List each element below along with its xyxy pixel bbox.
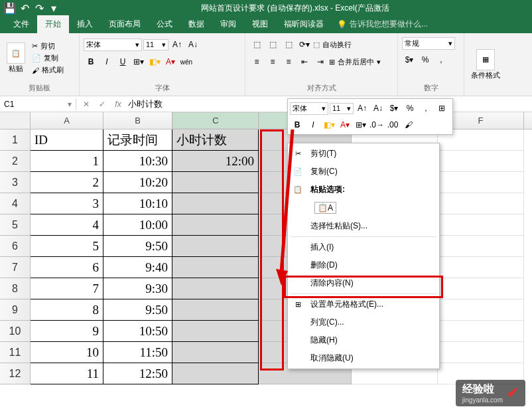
italic-button[interactable]: I (100, 54, 114, 69)
cell[interactable]: 9:30 (103, 278, 172, 299)
cell[interactable]: 2 (31, 172, 103, 193)
undo-icon[interactable]: ↶ (19, 2, 31, 14)
accept-formula-icon[interactable]: ✓ (96, 100, 108, 109)
cell[interactable]: 5 (31, 236, 103, 257)
cell[interactable]: 10:10 (103, 193, 172, 214)
mini-percent-icon[interactable]: % (403, 101, 417, 116)
cell[interactable] (438, 257, 524, 278)
mini-font-select[interactable]: 宋体▾ (290, 102, 328, 115)
cell[interactable] (438, 321, 524, 342)
select-all-corner[interactable] (0, 112, 31, 129)
row-header[interactable]: 8 (0, 278, 31, 299)
tab-file[interactable]: 文件 (5, 15, 37, 33)
row-header[interactable]: 9 (0, 299, 31, 321)
mini-painter-icon[interactable]: 🖌 (401, 118, 416, 132)
mini-italic-button[interactable]: I (306, 118, 320, 132)
redo-icon[interactable]: ↷ (33, 2, 45, 14)
tab-layout[interactable]: 页面布局 (101, 15, 149, 33)
col-header-a[interactable]: A (31, 112, 103, 129)
align-left-icon[interactable]: ≡ (249, 54, 264, 69)
ctx-delete[interactable]: 删除(D) (288, 256, 439, 274)
currency-icon[interactable]: $▾ (402, 52, 417, 67)
row-header[interactable]: 10 (0, 321, 31, 342)
align-bottom-icon[interactable]: ⬚ (281, 37, 296, 52)
cell[interactable] (172, 299, 259, 321)
qat-more-icon[interactable]: ▾ (48, 2, 60, 14)
tab-view[interactable]: 视图 (244, 15, 276, 33)
font-color-button[interactable]: A▾ (163, 54, 178, 69)
cell[interactable]: 4 (31, 214, 103, 236)
cell[interactable] (438, 299, 524, 321)
cell[interactable] (172, 363, 259, 384)
cell[interactable]: 10:30 (103, 151, 172, 172)
indent-left-icon[interactable]: ⇤ (297, 54, 312, 69)
tab-formulas[interactable]: 公式 (149, 15, 180, 33)
cell[interactable]: 10:50 (103, 321, 172, 342)
cell[interactable]: 小时计数 (172, 129, 259, 151)
cell[interactable]: 10 (31, 342, 103, 363)
mini-bold-button[interactable]: B (290, 118, 304, 132)
cell[interactable]: 12:00 (172, 151, 259, 172)
mini-font-color-button[interactable]: A▾ (338, 118, 352, 132)
merge-center-button[interactable]: ⊞ 合并后居中▾ (329, 57, 381, 67)
cell[interactable] (172, 172, 259, 193)
tab-foxit[interactable]: 福昕阅读器 (276, 15, 332, 33)
row-header[interactable]: 2 (0, 151, 31, 172)
ctx-paste-special[interactable]: 选择性粘贴(S)... (288, 217, 439, 235)
format-painter-button[interactable]: 🖌 格式刷 (32, 65, 64, 75)
mini-border-button[interactable]: ⊞▾ (354, 118, 368, 132)
wrap-text-button[interactable]: ⬚ 自动换行 (313, 40, 352, 50)
cell[interactable]: 12:50 (103, 363, 172, 384)
tab-data[interactable]: 数据 (180, 15, 212, 33)
cell[interactable] (438, 278, 524, 299)
formula-bar[interactable]: 小时计数 (128, 98, 163, 110)
conditional-format-button[interactable]: ▦ 条件格式 (468, 48, 503, 82)
mini-size-select[interactable]: 11▾ (330, 103, 354, 114)
mini-decimal-inc-icon[interactable]: .0→ (369, 118, 384, 132)
mini-fill-color-button[interactable]: ◧▾ (322, 118, 336, 132)
cell[interactable] (438, 151, 524, 172)
tab-insert[interactable]: 插入 (69, 15, 101, 33)
cell[interactable]: ID (31, 129, 103, 151)
ctx-column-width[interactable]: 列宽(C)... (288, 313, 439, 331)
row-header[interactable]: 1 (0, 129, 31, 151)
cell[interactable] (438, 236, 524, 257)
indent-right-icon[interactable]: ⇥ (313, 54, 328, 69)
orientation-icon[interactable]: ⟳▾ (297, 37, 312, 52)
cell[interactable]: 1 (31, 151, 103, 172)
mini-comma-icon[interactable]: , (419, 101, 433, 116)
row-header[interactable]: 4 (0, 193, 31, 214)
cell[interactable] (172, 321, 259, 342)
save-icon[interactable]: 💾 (4, 2, 16, 14)
row-header[interactable]: 7 (0, 257, 31, 278)
cell[interactable] (172, 193, 259, 214)
align-right-icon[interactable]: ≡ (281, 54, 296, 69)
cell[interactable]: 9:40 (103, 257, 172, 278)
cell[interactable] (172, 236, 259, 257)
align-center-icon[interactable]: ≡ (265, 54, 280, 69)
ctx-format-cells[interactable]: ⊞设置单元格格式(E)... (288, 295, 439, 313)
number-format-select[interactable]: 常规▾ (402, 37, 455, 50)
paste-button[interactable]: 📋 粘贴 (4, 41, 28, 75)
cell[interactable]: 6 (31, 257, 103, 278)
ctx-paste-option-a[interactable]: 📋A (288, 199, 439, 217)
mini-border-icon[interactable]: ⊞ (434, 101, 449, 116)
tell-me[interactable]: 💡告诉我您想要做什么... (332, 15, 433, 33)
cell[interactable] (438, 214, 524, 236)
cell[interactable] (172, 278, 259, 299)
border-button[interactable]: ⊞▾ (131, 54, 146, 69)
copy-button[interactable]: 📄 复制 (32, 53, 64, 63)
comma-icon[interactable]: , (434, 52, 448, 67)
ctx-hide[interactable]: 隐藏(H) (288, 331, 439, 349)
cancel-formula-icon[interactable]: ✕ (80, 100, 92, 109)
mini-shrink-font-icon[interactable]: A↓ (371, 101, 385, 116)
grow-font-icon[interactable]: A↑ (170, 37, 184, 52)
cell[interactable]: 11 (31, 363, 103, 384)
col-header-c[interactable]: C (172, 112, 259, 129)
percent-icon[interactable]: % (418, 52, 432, 67)
fill-color-button[interactable]: ◧▾ (147, 54, 162, 69)
shrink-font-icon[interactable]: A↓ (186, 37, 200, 52)
row-header[interactable]: 5 (0, 214, 31, 236)
cell[interactable] (172, 257, 259, 278)
align-top-icon[interactable]: ⬚ (249, 37, 264, 52)
